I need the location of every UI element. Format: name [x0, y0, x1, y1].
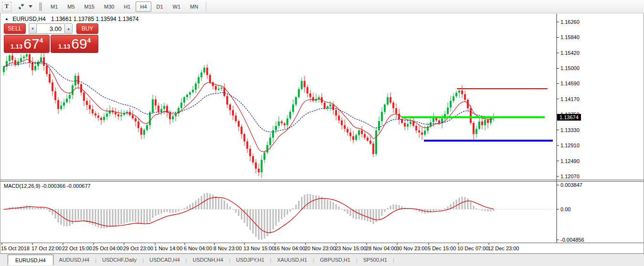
time-axis-label: 13 Nov 15:00 [243, 246, 274, 251]
diamond-arrows-glyph [18, 3, 25, 10]
chart-tab-audusdh4[interactable]: AUDUSD,H4 [53, 255, 95, 265]
time-axis-label: 16 Nov 04:00 [274, 246, 305, 251]
price-axis-label: 1.14590 [560, 81, 580, 86]
time-axis-label: 5 Dec 15:00 [428, 246, 456, 251]
time-axis-label: 25 Oct 04:00 [93, 246, 123, 251]
macd-indicator-label: MACD(12,26,9) -0.000366 -0.000677 [4, 183, 91, 189]
price-axis-label: 1.12910 [560, 143, 580, 148]
price-axis-label: 1.12070 [560, 174, 580, 179]
time-axis-label: 10 Dec 07:00 [457, 246, 488, 251]
time-axis-label: 28 Nov 04:00 [366, 246, 397, 251]
time-axis-label: 1 Nov 14:00 [154, 246, 182, 251]
chart-ohlc-values: 1.13661 1.13785 1.13594 1.13674 [51, 16, 139, 22]
timeframe-button-D1[interactable]: D1 [152, 1, 168, 12]
price-axis-label: 1.13330 [560, 127, 580, 133]
time-axis-label: 15 Oct 2018 [1, 246, 30, 251]
buy-price-pip: 4 [87, 37, 91, 44]
volume-increase-button[interactable]: ▲ [64, 23, 73, 34]
timeframe-button-M30[interactable]: M30 [100, 1, 118, 12]
timeframe-button-M5[interactable]: M5 [63, 1, 79, 12]
price-axis-label: 1.15420 [560, 50, 580, 56]
time-axis-label: 22 Oct 15:00 [62, 246, 92, 251]
price-axis-label: 1.12490 [560, 158, 580, 164]
time-axis-label: 20 Nov 23:00 [305, 246, 336, 251]
chart-tab-usdjpyh1[interactable]: USDJPY,H1 [230, 255, 270, 265]
chart-tab-eurusdh4[interactable]: EURUSD,H4 [8, 255, 53, 265]
volume-decrease-button[interactable]: ▼ [29, 23, 37, 34]
buy-button[interactable]: BUY [76, 23, 98, 34]
time-axis-label: 29 Oct 23:00 [123, 246, 153, 251]
buy-price-big: 69 [71, 36, 87, 52]
macd-axis-label: -0.004856 [560, 237, 584, 243]
dropdown-caret-icon[interactable] [29, 5, 32, 8]
sell-price-prefix: 1.13 [11, 43, 22, 50]
timeframe-button-W1[interactable]: W1 [169, 1, 185, 12]
price-axis-label: 1.14170 [560, 96, 580, 102]
chart-symbol-label: EURUSD,H4 [12, 16, 45, 22]
toolbar-separator [206, 1, 206, 12]
toolbar-grip[interactable] [39, 2, 42, 11]
diamond-arrows-icon[interactable] [17, 2, 26, 11]
chart-tab-bar: EURUSD,H4AUDUSD,H4|USDCHF,Daily|USDCAD,H… [0, 254, 644, 266]
price-axis-label: 1.15840 [560, 34, 580, 40]
chart-tab-usdcadh4[interactable]: USDCAD,H4 [144, 255, 186, 265]
chart-tab-gbpusdh1[interactable]: GBPUSD,H1 [314, 255, 356, 265]
volume-input[interactable] [37, 23, 64, 34]
sell-price-button[interactable]: 1.13 67 4 [4, 35, 50, 53]
sell-price-pip: 4 [40, 37, 43, 44]
sell-button[interactable]: SELL [4, 23, 26, 34]
price-axis-label: 1.16260 [560, 19, 580, 25]
sell-price-big: 67 [23, 36, 39, 52]
macd-axis-label: 0.00 [560, 206, 570, 212]
time-axis-label: 12 Dec 23:00 [488, 246, 519, 251]
chart-tab-usdchfdaily[interactable]: USDCHF,Daily [96, 255, 142, 265]
time-axis-label: 8 Nov 23:00 [213, 246, 242, 251]
one-click-trading-panel: SELL ▼ ▲ BUY 1.13 67 4 1.13 69 4 [4, 23, 98, 53]
timeframe-button-MN[interactable]: MN [186, 1, 202, 12]
price-axis-label: 1.15000 [560, 65, 580, 71]
chart-header: ▲ EURUSD,H4 1.13661 1.13785 1.13594 1.13… [5, 16, 138, 22]
text-tool-icon[interactable]: T [2, 2, 11, 11]
chart-tab-usdcnhh4[interactable]: USDCNH,H4 [187, 255, 229, 265]
tab-separator: | [393, 257, 394, 263]
chart-tab-xauusdh1[interactable]: XAUUSD,H1 [271, 255, 313, 265]
chart-tab-sp500h1[interactable]: SP500,H1 [358, 255, 393, 265]
macd-axis-label: 0.003847 [560, 182, 582, 188]
toolbar: T M1M5M15M30H1H4D1W1MN [0, 0, 644, 13]
time-axis-label: 6 Nov 04:00 [184, 246, 212, 251]
time-axis-label: 23 Nov 15:00 [335, 246, 366, 251]
buy-price-prefix: 1.13 [58, 43, 70, 50]
time-axis-label: 30 Nov 23:00 [396, 246, 427, 251]
timeframe-button-M1[interactable]: M1 [46, 1, 62, 12]
current-price-tag: 1.13674 [557, 114, 581, 121]
volume-stepper: ▼ ▲ [29, 23, 73, 34]
timeframe-button-M15[interactable]: M15 [80, 1, 99, 12]
buy-price-button[interactable]: 1.13 69 4 [51, 35, 98, 53]
timeframe-button-H4[interactable]: H4 [136, 1, 151, 12]
timeframe-button-H1[interactable]: H1 [119, 1, 135, 12]
window-collapse-icon[interactable]: ▲ [5, 17, 9, 21]
time-axis-label: 17 Oct 22:00 [32, 246, 62, 251]
timeframe-button-group: M1M5M15M30H1H4D1W1MN [46, 1, 203, 12]
